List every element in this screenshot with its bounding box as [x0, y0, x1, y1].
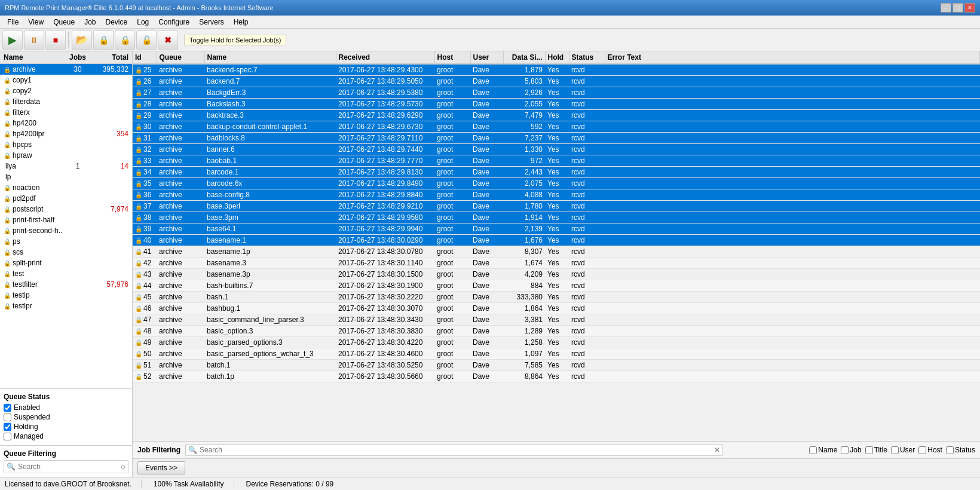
- status-checkbox-holding[interactable]: [4, 423, 11, 431]
- queue-row[interactable]: 🔒 scs: [0, 247, 132, 258]
- table-row[interactable]: 🔒37 archive base.3perl 2017-06-27 13:48:…: [133, 201, 980, 212]
- menu-servers[interactable]: Servers: [194, 17, 228, 27]
- col-header-id[interactable]: Id: [133, 51, 157, 64]
- table-row[interactable]: 🔒32 archive banner.6 2017-06-27 13:48:29…: [133, 144, 980, 155]
- table-row[interactable]: 🔒45 archive bash.1 2017-06-27 13:48:30.2…: [133, 292, 980, 303]
- table-row[interactable]: 🔒49 archive basic_parsed_options.3 2017-…: [133, 337, 980, 348]
- status-checkbox-managed[interactable]: [4, 433, 11, 440]
- menu-file[interactable]: File: [2, 17, 23, 27]
- table-row[interactable]: 🔒33 archive baobab.1 2017-06-27 13:48:29…: [133, 155, 980, 167]
- col-header-user[interactable]: User: [470, 51, 503, 64]
- filter-title-checkbox[interactable]: [865, 446, 873, 454]
- col-header-received[interactable]: Received: [336, 51, 434, 64]
- table-row[interactable]: 🔒50 archive basic_parsed_options_wchar_t…: [133, 348, 980, 360]
- filter-title-label[interactable]: Title: [865, 446, 887, 454]
- status-checkbox-suspended[interactable]: [4, 414, 11, 421]
- table-row[interactable]: 🔒44 archive bash-builtins.7 2017-06-27 1…: [133, 280, 980, 292]
- table-row[interactable]: 🔒52 archive batch.1p 2017-06-27 13:48:30…: [133, 371, 980, 382]
- queue-row[interactable]: 🔒 pcl2pdf: [0, 193, 132, 204]
- table-row[interactable]: 🔒42 archive basename.3 2017-06-27 13:48:…: [133, 258, 980, 269]
- close-button[interactable]: ✕: [964, 3, 975, 13]
- col-header-hold[interactable]: Hold: [545, 51, 569, 64]
- table-row[interactable]: 🔒39 archive base64.1 2017-06-27 13:48:29…: [133, 223, 980, 235]
- table-row[interactable]: 🔒35 archive barcode.6x 2017-06-27 13:48:…: [133, 178, 980, 189]
- queue-row[interactable]: 🔒 hpraw: [0, 150, 132, 161]
- queue-search-clear[interactable]: ○: [121, 462, 125, 471]
- col-header-queue[interactable]: Queue: [157, 51, 204, 64]
- table-row[interactable]: 🔒40 archive basename.1 2017-06-27 13:48:…: [133, 235, 980, 246]
- queue-row[interactable]: 🔒 filterx: [0, 107, 132, 118]
- filter-name-label[interactable]: Name: [809, 446, 837, 454]
- toolbar-pause-button[interactable]: ⏸: [24, 30, 44, 50]
- menu-queue[interactable]: Queue: [48, 17, 79, 27]
- queue-row[interactable]: 🔒 noaction: [0, 182, 132, 193]
- events-button[interactable]: Events >>: [137, 461, 185, 474]
- table-row[interactable]: 🔒26 archive backend.7 2017-06-27 13:48:2…: [133, 76, 980, 87]
- queue-row[interactable]: 🔒 copy1: [0, 75, 132, 85]
- menu-device[interactable]: Device: [101, 17, 133, 27]
- queue-row[interactable]: 🔒 ps: [0, 236, 132, 247]
- queue-row[interactable]: 🔒 testip: [0, 290, 132, 301]
- queue-search-input[interactable]: [18, 463, 118, 471]
- table-row[interactable]: 🔒25 archive backend-spec.7 2017-06-27 13…: [133, 64, 980, 76]
- filter-status-checkbox[interactable]: [946, 446, 954, 454]
- queue-row[interactable]: 🔒 print-first-half: [0, 215, 132, 225]
- queue-row[interactable]: ilya 1 14: [0, 161, 132, 172]
- toolbar-open-button[interactable]: 📂: [72, 30, 92, 50]
- queue-row[interactable]: 🔒 test: [0, 268, 132, 279]
- menu-job[interactable]: Job: [79, 17, 100, 27]
- queue-row[interactable]: 🔒 testlpr: [0, 301, 132, 311]
- table-row[interactable]: 🔒47 archive basic_command_line_parser.3 …: [133, 314, 980, 326]
- toolbar-stop-button[interactable]: ■: [45, 30, 66, 50]
- queue-row[interactable]: lp: [0, 172, 132, 182]
- table-row[interactable]: 🔒43 archive basename.3p 2017-06-27 13:48…: [133, 269, 980, 280]
- table-row[interactable]: 🔒48 archive basic_option.3 2017-06-27 13…: [133, 326, 980, 337]
- menu-log[interactable]: Log: [132, 17, 154, 27]
- col-header-status[interactable]: Status: [569, 51, 605, 64]
- table-row[interactable]: 🔒38 archive base.3pm 2017-06-27 13:48:29…: [133, 212, 980, 223]
- queue-row[interactable]: 🔒 filterdata: [0, 96, 132, 107]
- queue-row[interactable]: 🔒 testfilter 57,976: [0, 279, 132, 290]
- jobs-table-wrapper[interactable]: Id Queue Name Received Host User Data Si…: [133, 51, 980, 441]
- toolbar-lock-button[interactable]: 🔒: [115, 30, 135, 50]
- table-row[interactable]: 🔒29 archive backtrace.3 2017-06-27 13:48…: [133, 110, 980, 121]
- col-header-errortext[interactable]: Error Text: [605, 51, 980, 64]
- filter-status-label[interactable]: Status: [946, 446, 975, 454]
- filter-job-checkbox[interactable]: [841, 446, 849, 454]
- table-row[interactable]: 🔒27 archive BackgdErr.3 2017-06-27 13:48…: [133, 87, 980, 99]
- queue-row[interactable]: 🔒 hpcps: [0, 139, 132, 150]
- menu-help[interactable]: Help: [229, 17, 253, 27]
- queue-row[interactable]: 🔒 hp4200lpr 354: [0, 128, 132, 139]
- table-row[interactable]: 🔒36 archive base-config.8 2017-06-27 13:…: [133, 189, 980, 201]
- status-checkbox-enabled[interactable]: [4, 404, 11, 412]
- col-header-datasize[interactable]: Data Si...: [503, 51, 545, 64]
- queue-row[interactable]: 🔒 print-second-h...: [0, 225, 132, 236]
- table-row[interactable]: 🔒51 archive batch.1 2017-06-27 13:48:30.…: [133, 360, 980, 371]
- table-row[interactable]: 🔒30 archive backup-conduit-control-apple…: [133, 121, 980, 133]
- col-header-host[interactable]: Host: [434, 51, 470, 64]
- filter-host-checkbox[interactable]: [918, 446, 926, 454]
- toolbar-unlock-button[interactable]: 🔓: [136, 30, 157, 50]
- minimize-button[interactable]: ─: [941, 3, 951, 13]
- queue-row[interactable]: 🔒 postscript 7,974: [0, 204, 132, 215]
- menu-configure[interactable]: Configure: [154, 17, 194, 27]
- toolbar-start-button[interactable]: ▶: [2, 30, 23, 50]
- filter-name-checkbox[interactable]: [809, 446, 817, 454]
- maximize-button[interactable]: □: [953, 3, 963, 13]
- toolbar-save-button[interactable]: 🔒: [93, 30, 114, 50]
- filter-host-label[interactable]: Host: [918, 446, 942, 454]
- table-row[interactable]: 🔒31 archive badblocks.8 2017-06-27 13:48…: [133, 133, 980, 144]
- filter-user-label[interactable]: User: [891, 446, 915, 454]
- toolbar-delete-button[interactable]: ✖: [158, 30, 178, 50]
- job-search-input[interactable]: [200, 446, 712, 454]
- table-row[interactable]: 🔒28 archive Backslash.3 2017-06-27 13:48…: [133, 99, 980, 110]
- queue-row[interactable]: 🔒 split-print: [0, 258, 132, 268]
- table-row[interactable]: 🔒46 archive bashbug.1 2017-06-27 13:48:3…: [133, 303, 980, 314]
- queue-row[interactable]: 🔒 archive 30 395,332: [0, 64, 132, 75]
- filter-job-label[interactable]: Job: [841, 446, 861, 454]
- table-row[interactable]: 🔒34 archive barcode.1 2017-06-27 13:48:2…: [133, 167, 980, 178]
- queue-row[interactable]: 🔒 copy2: [0, 85, 132, 96]
- queue-row[interactable]: 🔒 hp4200: [0, 118, 132, 128]
- menu-view[interactable]: View: [23, 17, 48, 27]
- filter-user-checkbox[interactable]: [891, 446, 899, 454]
